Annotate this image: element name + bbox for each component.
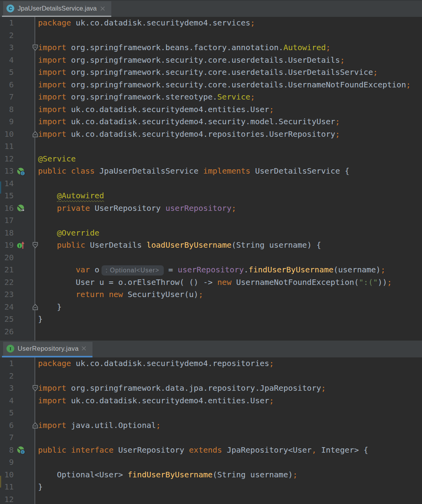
svg-text:I: I	[9, 346, 11, 352]
svg-text:c: c	[22, 171, 24, 175]
svg-text:c: c	[22, 450, 24, 454]
svg-text:C: C	[9, 6, 12, 11]
svg-text:I: I	[19, 243, 20, 248]
